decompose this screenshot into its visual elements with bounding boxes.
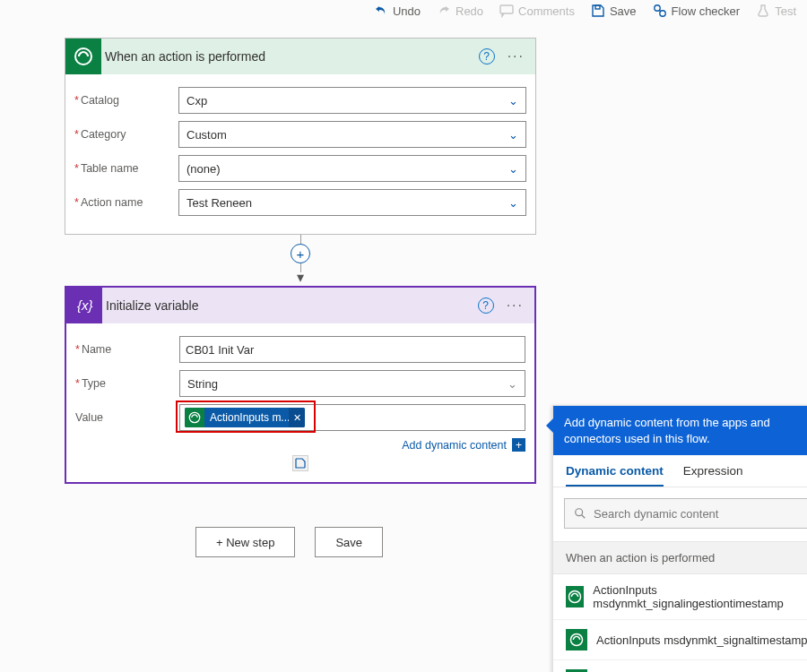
new-step-button[interactable]: + New step xyxy=(195,527,295,557)
save-label: Save xyxy=(610,4,637,18)
catalog-label: Catalog xyxy=(81,94,119,107)
add-dynamic-content-link[interactable]: Add dynamic content + xyxy=(75,438,525,452)
name-input[interactable]: CB01 Init Var xyxy=(179,336,525,363)
init-var-title: Initialize variable xyxy=(102,298,478,313)
init-var-header[interactable]: Initialize variable ? ··· xyxy=(66,288,534,323)
more-icon[interactable]: ··· xyxy=(507,297,524,314)
search-icon xyxy=(574,507,586,520)
save-button[interactable]: Save xyxy=(315,527,383,557)
flow-checker-button[interactable]: Flow checker xyxy=(653,4,741,18)
dc-item-label: ActionInputs msdynmkt_signaltimestamp xyxy=(596,633,807,647)
dynamic-token[interactable]: ActionInputs m... ✕ xyxy=(185,408,305,427)
dc-item[interactable]: ActionInputs msdynmkt_signaltimestamp xyxy=(553,620,807,660)
chevron-down-icon: ⌄ xyxy=(508,128,518,142)
insert-step-button[interactable]: + xyxy=(291,244,310,263)
value-input[interactable]: ActionInputs m... ✕ xyxy=(179,404,525,431)
save-label-bottom: Save xyxy=(335,536,362,549)
dataverse-icon xyxy=(185,408,204,427)
type-dropdown[interactable]: String⌄ xyxy=(179,370,525,397)
chevron-down-icon: ⌄ xyxy=(508,162,518,176)
more-icon[interactable]: ··· xyxy=(508,48,525,65)
trigger-title: When an action is performed xyxy=(101,49,479,64)
category-label: Category xyxy=(81,128,126,141)
token-text: ActionInputs m... xyxy=(204,411,289,424)
dc-item[interactable]: ActionInputs msdynmkt_signalingestiontim… xyxy=(553,574,807,620)
type-label: Type xyxy=(82,377,106,390)
dataverse-icon xyxy=(566,629,587,650)
help-icon[interactable]: ? xyxy=(479,48,495,65)
catalog-dropdown[interactable]: Cxp⌄ xyxy=(178,87,526,114)
chevron-down-icon: ⌄ xyxy=(508,94,518,108)
variable-icon xyxy=(66,288,102,323)
connector: + ▾ xyxy=(65,235,536,286)
search-placeholder: Search dynamic content xyxy=(594,507,718,521)
action-label: Action name xyxy=(81,196,143,209)
dc-search-input[interactable]: Search dynamic content xyxy=(564,498,807,529)
undo-label: Undo xyxy=(393,4,421,18)
dynamic-content-panel: Add dynamic content from the apps and co… xyxy=(552,405,807,672)
trigger-header[interactable]: When an action is performed ? ··· xyxy=(65,39,535,74)
new-step-label: + New step xyxy=(216,536,274,549)
dataverse-icon xyxy=(65,39,101,74)
undo-button[interactable]: Undo xyxy=(374,4,421,18)
chevron-down-icon: ⌄ xyxy=(508,377,517,391)
trigger-card: When an action is performed ? ··· *Catal… xyxy=(65,38,536,235)
type-value: String xyxy=(187,377,218,391)
svg-point-6 xyxy=(576,509,583,516)
table-label: Table name xyxy=(81,162,139,175)
flow-checker-label: Flow checker xyxy=(672,4,741,18)
save-button-toolbar[interactable]: Save xyxy=(591,4,637,18)
catalog-value: Cxp xyxy=(187,94,207,108)
panel-caret xyxy=(546,418,553,433)
remove-token-button[interactable]: ✕ xyxy=(289,408,305,427)
dc-item-label: ActionInputs msdynmkt_signalingestiontim… xyxy=(593,583,807,610)
chevron-down-icon: ⌄ xyxy=(508,196,518,210)
peek-code-icon[interactable] xyxy=(292,455,308,471)
redo-button: Redo xyxy=(437,4,483,18)
init-var-card: Initialize variable ? ··· *Name CB01 Ini… xyxy=(65,286,536,484)
svg-rect-2 xyxy=(500,5,513,13)
action-value: Test Reneen xyxy=(187,196,252,210)
dc-item[interactable]: ActionInputs msdynmkt_signaluserauthid xyxy=(553,660,807,672)
table-dropdown[interactable]: (none)⌄ xyxy=(178,155,526,182)
redo-label: Redo xyxy=(456,4,483,18)
table-value: (none) xyxy=(187,162,221,176)
action-dropdown[interactable]: Test Reneen⌄ xyxy=(178,189,526,216)
category-value: Custom xyxy=(187,128,227,142)
comments-label: Comments xyxy=(518,4,575,18)
dc-group-header: When an action is performed xyxy=(553,541,807,574)
svg-line-7 xyxy=(582,515,586,519)
top-toolbar: Undo Redo Comments Save Flow checker Tes… xyxy=(0,0,807,23)
test-button: Test xyxy=(756,4,796,18)
tab-dynamic-content[interactable]: Dynamic content xyxy=(566,464,664,487)
svg-rect-3 xyxy=(595,5,600,9)
plus-icon: + xyxy=(512,438,525,452)
add-dc-text: Add dynamic content xyxy=(402,439,507,452)
category-dropdown[interactable]: Custom⌄ xyxy=(178,121,526,148)
name-value: CB01 Init Var xyxy=(186,343,254,357)
arrow-down-icon: ▾ xyxy=(297,269,304,286)
help-icon[interactable]: ? xyxy=(478,297,494,314)
tab-expression[interactable]: Expression xyxy=(683,464,743,487)
dataverse-icon xyxy=(566,586,584,607)
test-label: Test xyxy=(775,4,796,18)
value-label: Value xyxy=(75,411,103,424)
comments-button: Comments xyxy=(499,4,575,18)
name-label: Name xyxy=(82,343,111,356)
dc-hint: Add dynamic content from the apps and co… xyxy=(553,406,807,455)
